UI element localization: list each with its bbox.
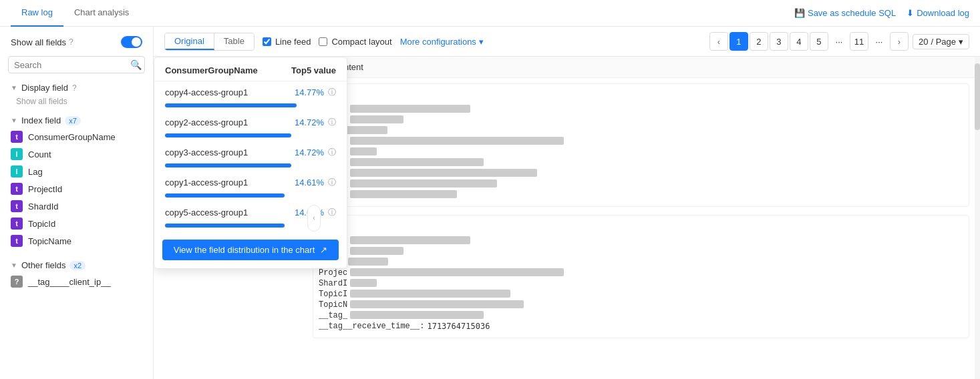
field-type-icon-t: t: [11, 131, 23, 143]
top-actions: 💾 Save as schedule SQL ⬇ Download log: [794, 8, 969, 18]
popup-info-icon-3[interactable]: ⓘ: [328, 147, 336, 158]
field-item-projectid[interactable]: t ProjectId: [0, 180, 153, 198]
show-all-fields-toggle[interactable]: [121, 36, 142, 48]
page-size-per-page: / Page: [931, 37, 956, 47]
popup-row-3: copy3-access-group1 14.72% ⓘ: [154, 141, 347, 163]
index-field-header[interactable]: ▼ Index field x7: [0, 110, 153, 128]
popup-header: ConsumerGroupName Top5 value: [154, 65, 347, 81]
other-fields-badge: x2: [69, 261, 86, 270]
save-schedule-btn[interactable]: 💾 Save as schedule SQL: [794, 8, 896, 18]
popup-field-name-4: copy1-access-group1: [165, 177, 248, 187]
page-navigation: ‹ 1 2 3 4 5 ··· 11 ··· ›: [709, 32, 909, 51]
display-field-chevron: ▼: [11, 84, 17, 91]
page-2-btn[interactable]: 2: [750, 32, 768, 51]
field-type-icon-l1: l: [11, 148, 23, 160]
field-type-icon-t3: t: [11, 200, 23, 212]
show-all-fields-label: Show all fields ?: [11, 37, 73, 47]
display-field-help-icon[interactable]: ?: [72, 83, 77, 93]
tab-chart-analysis[interactable]: Chart analysis: [63, 0, 140, 27]
field-item-shardid[interactable]: t ShardId: [0, 198, 153, 215]
popup-field-name-2: copy2-access-group1: [165, 117, 248, 127]
field-item-lag[interactable]: l Lag: [0, 163, 153, 180]
line-feed-checkbox[interactable]: Line feed: [263, 37, 311, 47]
page-1-btn[interactable]: 1: [729, 32, 748, 51]
log-line-1-1: Consum: [319, 105, 963, 114]
compact-layout-label: Compact layout: [331, 37, 391, 47]
view-distribution-icon: ↗: [320, 245, 327, 255]
view-distribution-btn[interactable]: View the field distribution in the chart…: [162, 240, 339, 260]
display-field-header[interactable]: ▼ Display field ?: [0, 77, 153, 95]
index-field-label: Index field: [21, 115, 61, 125]
tab-original[interactable]: Original: [165, 33, 214, 50]
field-name-shardid: ShardId: [28, 202, 59, 212]
display-field-label: Display field: [21, 83, 68, 93]
other-fields-header[interactable]: ▼ Other fields x2: [0, 255, 153, 273]
field-item-topicid[interactable]: t TopicId: [0, 215, 153, 232]
tab-table[interactable]: Table: [214, 33, 254, 50]
popup-row-4: copy1-access-group1 14.61% ⓘ: [154, 171, 347, 194]
sidebar: Show all fields ? 🔍 ▼ Display field ? Sh…: [0, 27, 154, 379]
popup-bar-5: [165, 224, 285, 228]
log-val-blur: [350, 268, 564, 276]
field-distribution-popup: ConsumerGroupName Top5 value copy4-acces…: [154, 57, 347, 269]
popup-row-2: copy2-access-group1 14.72% ⓘ: [154, 111, 347, 133]
popup-field-pct-2: 14.72%: [295, 117, 324, 127]
page-5-btn[interactable]: 5: [810, 32, 828, 51]
popup-field-name-3: copy3-access-group1: [165, 147, 248, 157]
log-val-blur: [350, 105, 470, 113]
field-item-topicname[interactable]: t TopicName: [0, 232, 153, 250]
show-all-fields-link[interactable]: Show all fields: [0, 95, 153, 110]
popup-bar-4: [165, 194, 285, 198]
pagination: ‹ 1 2 3 4 5 ··· 11 ··· › 20 / Page: [709, 32, 969, 51]
log-val-blur: [350, 158, 484, 166]
popup-info-icon-2[interactable]: ⓘ: [328, 117, 336, 128]
field-item-count[interactable]: l Count: [0, 145, 153, 163]
popup-bar-3: [165, 163, 291, 167]
download-log-btn[interactable]: ⬇ Download log: [907, 8, 969, 18]
page-3-btn[interactable]: 3: [770, 32, 788, 51]
main-content: Show all fields ? 🔍 ▼ Display field ? Sh…: [0, 27, 980, 379]
log-val-blur: [350, 147, 377, 155]
field-item-consumergroupname[interactable]: t ConsumerGroupName: [0, 128, 153, 145]
log-val-blur: [350, 169, 537, 177]
prev-page-btn[interactable]: ‹: [709, 32, 728, 51]
scrollbar-thumb: [975, 63, 980, 130]
next-page-btn[interactable]: ›: [890, 32, 909, 51]
page-size-select[interactable]: 20 / Page ▾: [913, 34, 969, 49]
popup-info-icon-1[interactable]: ⓘ: [328, 87, 336, 98]
compact-layout-input[interactable]: [319, 37, 327, 46]
field-item-tag-client-ip[interactable]: ? __tag____client_ip__: [0, 273, 153, 290]
search-icon: 🔍: [130, 59, 142, 70]
compact-layout-checkbox[interactable]: Compact layout: [319, 37, 391, 47]
popup-field-name-1: copy4-access-group1: [165, 87, 248, 97]
download-btn-label: Download log: [917, 8, 969, 18]
more-configurations-btn[interactable]: More configurations ▾: [400, 37, 484, 47]
popup-field-pct-3: 14.72%: [295, 147, 324, 157]
log-line-2-5: ShardI: [319, 279, 963, 288]
more-config-chevron-icon: ▾: [479, 37, 484, 47]
page-11-btn[interactable]: 11: [850, 32, 868, 51]
show-all-fields-help-icon[interactable]: ?: [69, 37, 73, 47]
popup-info-icon-5[interactable]: ⓘ: [328, 207, 336, 218]
log-line-1-6: TopicI: [319, 158, 963, 167]
popup-info-icon-4[interactable]: ⓘ: [328, 177, 336, 188]
tab-raw-log[interactable]: Raw log: [11, 0, 63, 27]
log-line-1-2: Count:: [319, 115, 963, 125]
log-val-blur: [350, 290, 510, 298]
view-distribution-label: View the field distribution in the chart: [174, 245, 315, 255]
popup-col2: Top5 value: [291, 65, 336, 75]
popup-field-pct-4: 14.61%: [295, 177, 324, 187]
page-4-btn[interactable]: 4: [790, 32, 808, 51]
log-line-2-1: Consum: [319, 236, 963, 246]
download-icon: ⬇: [907, 8, 914, 18]
field-name-projectid: ProjectId: [28, 184, 62, 194]
other-fields-label: Other fields: [21, 260, 65, 270]
popup-row-1: copy4-access-group1 14.77% ⓘ: [154, 81, 347, 103]
page-dots-1: ···: [830, 32, 848, 51]
sidebar-collapse-btn[interactable]: ‹: [307, 205, 321, 232]
save-icon: 💾: [794, 8, 805, 18]
search-input[interactable]: [14, 60, 126, 70]
line-feed-input[interactable]: [263, 37, 271, 46]
toolbar: Original Table Line feed Compact layout …: [154, 27, 980, 57]
log-val-blur: [350, 179, 497, 187]
